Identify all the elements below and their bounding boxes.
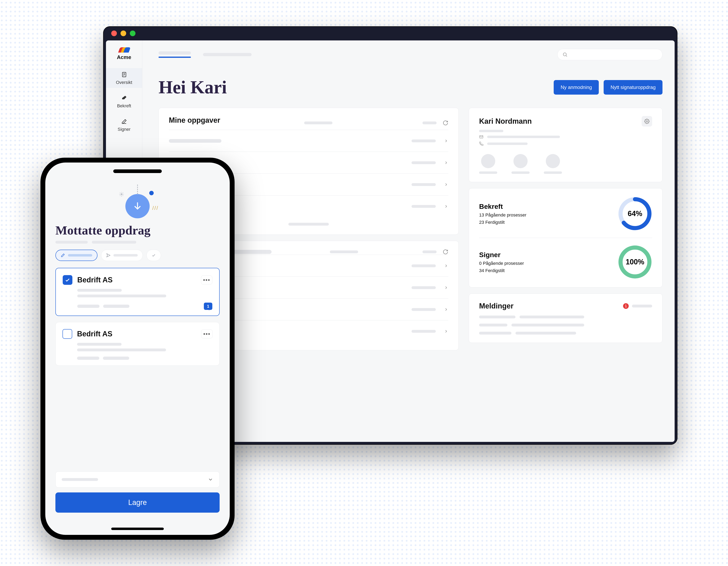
window-minimize-button[interactable] [121,31,126,36]
filter-chip-edit[interactable] [55,250,97,261]
decoration-dots [137,185,138,195]
top-tabs [159,49,662,61]
brand-logo[interactable]: Acme [106,45,142,65]
search-icon [562,52,568,57]
placeholder-text [77,356,99,360]
placeholder-text [632,304,652,307]
task-card[interactable]: Bedrift AS ••• [55,322,220,366]
placeholder-text [330,251,358,253]
tab-active[interactable] [159,51,191,55]
filter-chip-check[interactable] [146,250,161,261]
placeholder-text [103,356,129,360]
message-item[interactable] [479,323,652,326]
task-company: Bedrift AS [77,276,113,284]
pen-icon [121,118,128,125]
page-title: Hei Kari [159,77,227,98]
placeholder-text [55,241,88,244]
progress-signer[interactable]: Signer 0 Pågående prosesser 34 Ferdigsti… [479,245,652,279]
home-indicator [111,528,164,530]
messages-card: Meldinger 1 [469,293,662,343]
save-button[interactable]: Lagre [55,492,220,513]
placeholder-text [77,294,166,297]
avatar[interactable] [544,154,562,174]
mobile-hero: /// [55,185,220,217]
window-zoom-button[interactable] [130,31,135,36]
chevron-right-icon [444,329,448,333]
unread-badge: 1 [623,303,629,309]
avatar[interactable] [479,154,497,174]
placeholder-text [487,143,528,145]
donut-percent: 100% [618,245,652,279]
phone-icon [479,142,484,146]
task-company: Bedrift AS [77,330,112,338]
progress-title: Signer [479,251,524,259]
placeholder-text [103,304,129,308]
profile-name: Kari Nordmann [479,117,532,126]
task-checkbox[interactable] [63,275,72,285]
more-button[interactable]: ••• [201,329,213,338]
dropdown-select[interactable] [55,471,220,488]
mobile-screen: /// Mottatte oppdrag [45,163,230,535]
placeholder-text [77,348,166,351]
window-titlebar [103,26,677,40]
tab-item[interactable] [203,53,252,56]
placeholder-text [77,304,99,308]
hero-row: Hei Kari Ny anmodning Nytt signaturoppdr… [159,77,662,98]
filter-chip-send[interactable] [101,250,143,261]
sidebar-item-oversikt[interactable]: Oversikt [106,68,142,88]
chevron-right-icon [444,307,448,312]
list-icon [121,71,128,78]
sidebar-item-label: Signer [118,127,131,132]
svg-point-2 [646,121,648,122]
new-request-button[interactable]: Ny anmodning [554,80,599,95]
placeholder-text [62,478,98,481]
task-row[interactable] [169,130,448,152]
brand-logo-mark [119,47,129,53]
task-card[interactable]: Bedrift AS ••• 1 [55,268,220,316]
progress-title: Bekreft [479,203,526,211]
decoration-ticks: /// [152,205,159,211]
progress-ongoing: 0 Pågående prosesser [479,261,524,266]
progress-done: 23 Ferdigstilt [479,220,526,225]
placeholder-text [77,343,122,346]
placeholder-text [422,251,437,253]
avatar[interactable] [511,154,530,174]
settings-button[interactable] [642,116,652,127]
progress-card: Bekreft 13 Pågående prosesser 23 Ferdigs… [469,188,662,287]
tasks-card-title: Mine oppgaver [169,116,220,125]
decoration-dot [149,191,154,195]
search-input[interactable] [557,49,662,60]
task-checkbox[interactable] [62,329,72,339]
sidebar-item-bekreft[interactable]: Bekreft [106,92,142,111]
mobile-page-title: Mottatte oppdrag [55,223,220,238]
placeholder-text [92,241,136,244]
refresh-icon[interactable] [443,120,448,126]
donut-percent: 64% [618,197,652,231]
download-icon [125,194,150,218]
chevron-right-icon [444,161,448,165]
message-item[interactable] [479,315,652,318]
placeholder-text [487,136,560,138]
chevron-right-icon [444,204,448,209]
mobile-device: /// Mottatte oppdrag [40,158,235,540]
svg-point-8 [121,194,122,195]
pencil-icon [61,253,65,258]
sidebar-item-signer[interactable]: Signer [106,115,142,135]
mail-icon [479,135,484,139]
progress-bekreft[interactable]: Bekreft 13 Pågående prosesser 23 Ferdigs… [479,197,652,231]
refresh-icon[interactable] [443,249,448,255]
comment-badge[interactable]: 1 [204,302,212,310]
brand-name: Acme [117,54,131,60]
filter-chips [55,250,220,261]
chevron-right-icon [444,264,448,268]
chevron-right-icon [444,182,448,187]
placeholder-text [422,122,437,124]
more-button[interactable]: ••• [201,276,212,284]
window-close-button[interactable] [111,31,117,36]
message-item[interactable] [479,332,652,334]
send-icon [106,253,111,258]
new-signature-button[interactable]: Nytt signaturoppdrag [604,80,662,95]
eraser-icon [121,94,128,102]
phone-notch [113,169,162,173]
placeholder-text [479,130,503,132]
